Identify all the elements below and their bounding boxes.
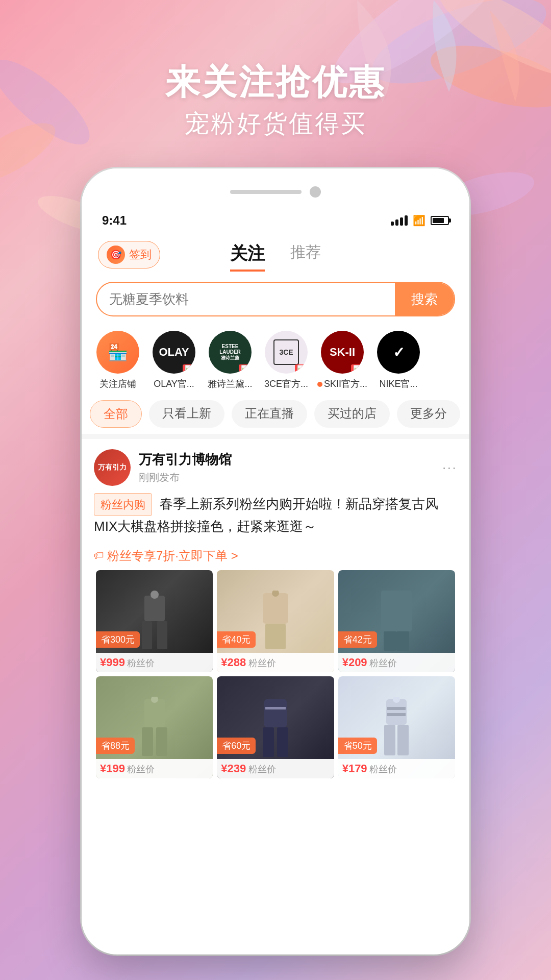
store-item-skii[interactable]: SK-II 📊 SKII官方... — [314, 331, 370, 390]
search-input[interactable] — [97, 291, 395, 307]
filter-tab-all[interactable]: 全部 — [90, 400, 142, 428]
search-bar: 搜索 — [96, 282, 455, 316]
olay-avatar: OLAY 📊 — [153, 331, 195, 374]
store-name-estee: 雅诗兰黛... — [208, 378, 252, 390]
product-label-3: 粉丝价 — [369, 658, 397, 668]
product-price-1: ¥999 — [100, 656, 125, 669]
post-fan-discount-link[interactable]: 🏷 粉丝专享7折·立即下单 > — [94, 548, 238, 564]
status-time: 9:41 — [102, 213, 127, 228]
filter-tab-new[interactable]: 只看上新 — [149, 400, 224, 428]
post-more-button[interactable]: ··· — [442, 459, 457, 476]
hero-title: 来关注抢优惠 — [0, 61, 551, 103]
status-bar: 9:41 📶 — [82, 209, 469, 230]
product-price-row-3: ¥209 粉丝价 — [338, 653, 455, 672]
store-item-nike[interactable]: ✓ NIKE官... — [370, 331, 427, 390]
product-save-1: 省300元 — [96, 631, 140, 648]
post-timestamp: 刚刚发布 — [139, 471, 442, 484]
store-item-olay[interactable]: OLAY 📊 OLAY官... — [146, 331, 202, 390]
status-icons: 📶 — [391, 214, 449, 227]
checkin-button[interactable]: 🎯 签到 — [98, 241, 160, 268]
product-item-4[interactable]: 省88元 ¥199 粉丝价 — [96, 676, 213, 778]
svg-rect-10 — [142, 621, 152, 649]
svg-rect-26 — [277, 727, 288, 757]
svg-rect-25 — [263, 727, 274, 757]
post-author-name: 万有引力博物馆 — [139, 451, 442, 469]
post-content-text: 粉丝内购 春季上新系列粉丝内购开始啦！新品穿搭复古风MIX大棋盘格拼接撞色，赶紧… — [94, 493, 457, 537]
product-label-6: 粉丝价 — [369, 764, 397, 774]
post-header: 万有引力 万有引力博物馆 刚刚发布 ··· — [94, 449, 457, 486]
product-grid: 省300元 ¥999 粉丝价 — [94, 570, 457, 778]
svg-rect-11 — [157, 621, 167, 649]
product-item-6[interactable]: 省50元 ¥179 粉丝价 — [338, 676, 455, 778]
store-item-estee[interactable]: ESTEE LAUDER 雅诗兰黛 📊 雅诗兰黛... — [202, 331, 258, 390]
estee-avatar: ESTEE LAUDER 雅诗兰黛 📊 — [209, 331, 252, 374]
product-label-4: 粉丝价 — [127, 764, 155, 774]
product-item-5[interactable]: 省60元 ¥239 粉丝价 — [217, 676, 334, 778]
battery-icon — [431, 216, 449, 225]
svg-rect-14 — [265, 624, 286, 649]
product-save-5: 省60元 — [217, 738, 256, 754]
post-meta: 万有引力博物馆 刚刚发布 — [139, 451, 442, 484]
product-item-2[interactable]: 省40元 ¥288 粉丝价 — [217, 570, 334, 672]
filter-tab-live[interactable]: 正在直播 — [232, 400, 307, 428]
phone-screen: 9:41 📶 🎯 — [82, 168, 469, 954]
store-name-olay: OLAY官... — [154, 378, 194, 390]
stores-row: 🏪 关注店铺 OLAY 📊 OLAY官... ESTEE — [82, 323, 469, 394]
skii-avatar: SK-II 📊 — [321, 331, 364, 374]
store-item-3ce[interactable]: 3CE 📊 3CE官方... — [258, 331, 314, 390]
product-label-5: 粉丝价 — [248, 764, 276, 774]
svg-rect-29 — [387, 713, 406, 716]
app-content: 🎯 签到 关注 推荐 搜索 — [82, 230, 469, 934]
tab-follow[interactable]: 关注 — [230, 238, 265, 272]
svg-rect-21 — [156, 727, 167, 756]
store-name-follow: 关注店铺 — [99, 378, 136, 390]
checkin-label: 签到 — [129, 247, 152, 262]
svg-rect-18 — [396, 631, 409, 651]
product-price-row-4: ¥199 粉丝价 — [96, 759, 213, 778]
svg-rect-30 — [384, 725, 395, 755]
product-price-3: ¥209 — [342, 656, 367, 669]
filter-tabs: 全部 只看上新 正在直播 买过的店 更多分 — [82, 394, 469, 434]
product-price-6: ¥179 — [342, 762, 367, 775]
svg-rect-28 — [387, 707, 406, 710]
product-price-2: ¥288 — [221, 656, 246, 669]
3ce-avatar: 3CE 📊 — [265, 331, 308, 374]
svg-rect-17 — [384, 631, 396, 651]
svg-rect-27 — [386, 699, 407, 725]
tab-recommend[interactable]: 推荐 — [290, 238, 321, 272]
wifi-icon: 📶 — [413, 214, 425, 227]
product-price-4: ¥199 — [100, 762, 125, 775]
product-label-2: 粉丝价 — [248, 658, 276, 668]
product-item-1[interactable]: 省300元 ¥999 粉丝价 — [96, 570, 213, 672]
svg-rect-24 — [265, 707, 286, 709]
follow-all-avatar: 🏪 — [96, 331, 139, 374]
svg-rect-20 — [142, 727, 153, 756]
svg-rect-16 — [381, 591, 412, 631]
nav-tabs: 关注 推荐 — [230, 238, 321, 272]
svg-rect-19 — [144, 699, 165, 727]
hero-subtitle: 宠粉好货值得买 — [0, 107, 551, 140]
search-button[interactable]: 搜索 — [395, 283, 454, 315]
product-price-row-5: ¥239 粉丝价 — [217, 759, 334, 778]
store-item-follow-all[interactable]: 🏪 关注店铺 — [90, 331, 146, 390]
product-price-row-6: ¥179 粉丝价 — [338, 759, 455, 778]
fan-link-text: 粉丝专享7折·立即下单 > — [107, 548, 238, 564]
svg-rect-23 — [264, 699, 287, 727]
hero-section: 来关注抢优惠 宠粉好货值得买 — [0, 61, 551, 140]
product-save-3: 省42元 — [338, 631, 377, 648]
header-nav: 🎯 签到 关注 推荐 — [82, 230, 469, 276]
product-save-2: 省40元 — [217, 631, 256, 648]
post-author-avatar[interactable]: 万有引力 — [94, 449, 131, 486]
filter-tab-more[interactable]: 更多分 — [397, 400, 460, 428]
store-name-skii: SKII官方... — [317, 378, 367, 390]
search-bar-wrapper: 搜索 — [82, 276, 469, 323]
product-item-3[interactable]: 省42元 ¥209 粉丝价 — [338, 570, 455, 672]
checkin-icon: 🎯 — [107, 246, 125, 264]
product-price-row-1: ¥999 粉丝价 — [96, 653, 213, 672]
product-label-1: 粉丝价 — [127, 658, 155, 668]
product-save-6: 省50元 — [338, 738, 377, 754]
svg-point-12 — [151, 591, 159, 599]
store-name-nike: NIKE官... — [379, 378, 417, 390]
svg-rect-31 — [397, 725, 409, 755]
filter-tab-bought[interactable]: 买过的店 — [314, 400, 390, 428]
